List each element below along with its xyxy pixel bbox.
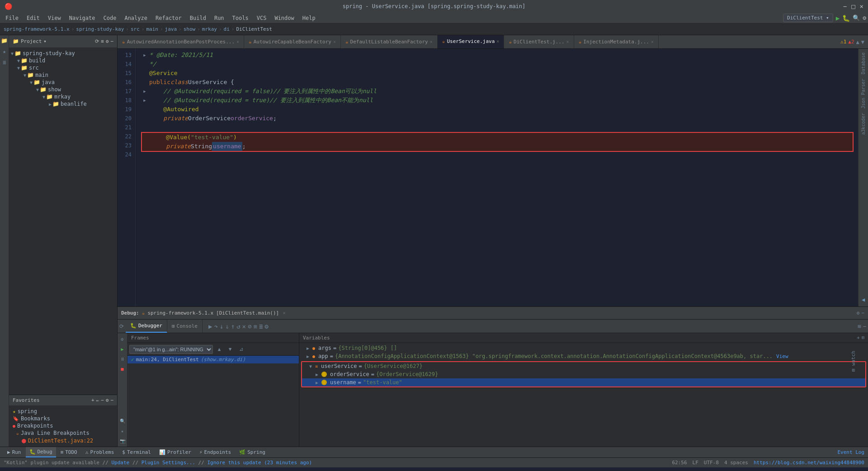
debug-expand-icon[interactable]: ⊞: [858, 323, 861, 330]
a3kcoder-tab[interactable]: a3kcoder: [860, 111, 867, 137]
tree-java[interactable]: ▼ 📁 java: [9, 79, 117, 86]
breadcrumb-part-3[interactable]: main: [146, 26, 158, 32]
var-args[interactable]: ▶ ● args = {String[0]@456} []: [299, 344, 868, 352]
debug-restart-icon[interactable]: ⟳: [119, 323, 124, 330]
debug-bookmark-icon[interactable]: ★: [118, 427, 127, 435]
project-settings-icon[interactable]: ⚙: [106, 38, 109, 44]
resume-icon[interactable]: ▶: [208, 323, 212, 330]
tab-spring[interactable]: 🌿 Spring: [236, 447, 269, 457]
close-tab-diclient[interactable]: ×: [566, 39, 569, 44]
step-into-icon[interactable]: ↓: [220, 323, 223, 330]
menu-code[interactable]: Code: [100, 14, 120, 22]
tree-src[interactable]: ▼ 📁 src: [9, 64, 117, 71]
fav-breakpoints[interactable]: ● Breakpoints: [9, 422, 117, 429]
tree-beanlife[interactable]: ▶ 📁 beanlife: [9, 100, 117, 108]
favorites-add[interactable]: +: [91, 397, 94, 403]
event-log-link[interactable]: Event Log: [837, 449, 864, 455]
tab-debug[interactable]: 🐛 Debug: [26, 447, 56, 457]
tab-problems[interactable]: ⚠ Problems: [82, 447, 118, 457]
favorites-edit[interactable]: ✏: [96, 397, 99, 403]
toolbar-search[interactable]: 🔍: [853, 14, 860, 21]
menu-view[interactable]: View: [44, 14, 65, 22]
tab-console[interactable]: ⊞ Console: [167, 320, 203, 333]
menu-build[interactable]: Build: [186, 14, 210, 22]
username-expand[interactable]: ▶: [316, 380, 318, 385]
tree-show[interactable]: ▼ 📁 show: [9, 86, 117, 93]
orderservice-expand[interactable]: ▶: [316, 372, 318, 377]
thread-dropdown[interactable]: "main"@1 in g...ain": RUNNING: [129, 345, 213, 354]
tab-nav-up[interactable]: ▲: [856, 39, 859, 45]
fold-18[interactable]: ▶: [143, 96, 146, 105]
debug-close-session[interactable]: ×: [283, 310, 286, 316]
menu-help[interactable]: Help: [299, 14, 319, 22]
tab-profiler[interactable]: 📊 Profiler: [156, 447, 195, 457]
settings-button[interactable]: ⚙: [863, 14, 866, 21]
get-thread-dump-icon[interactable]: ≣: [259, 323, 263, 330]
tree-build[interactable]: ▼ 📁 build: [9, 57, 117, 64]
tab-injectionmetadata[interactable]: ☕ InjectionMetadata.j... ×: [574, 35, 659, 48]
fav-diclienttest[interactable]: ● DiClientTest.java:22: [9, 437, 117, 445]
tab-run[interactable]: ▶ Run: [4, 447, 25, 457]
run-button[interactable]: ▶: [836, 14, 840, 22]
userservice-expand[interactable]: ▼: [309, 364, 312, 369]
tab-defaultlistable[interactable]: ☕ DefaultListableBeanFactory ×: [341, 35, 438, 48]
frames-filter-icon[interactable]: ⊿: [236, 345, 245, 354]
fav-java-breakpoints[interactable]: ☕ Java Line Breakpoints: [9, 429, 117, 437]
menu-window[interactable]: Window: [271, 14, 297, 22]
args-expand[interactable]: ▶: [307, 346, 309, 351]
menu-vcs[interactable]: VCS: [253, 14, 270, 22]
tab-userservice[interactable]: ☕ UserService.java ×: [438, 35, 505, 48]
encoding[interactable]: UTF-8: [704, 460, 719, 466]
favorites-close-icon[interactable]: −: [110, 397, 113, 403]
var-username[interactable]: ▶ i username = "test-value": [302, 378, 865, 386]
sidebar-expand-icon[interactable]: ◀: [860, 295, 867, 305]
project-collapse-icon[interactable]: ≡: [101, 38, 104, 44]
minimize-button[interactable]: −: [843, 3, 847, 10]
debug-settings-left[interactable]: ⚙: [118, 335, 127, 343]
project-dropdown-icon[interactable]: ▾: [43, 38, 47, 44]
menu-file[interactable]: File: [2, 14, 22, 22]
breadcrumb-part-0[interactable]: spring-framework-5.1.x: [4, 26, 70, 32]
tree-main[interactable]: ▼ 📁 main: [9, 71, 117, 79]
maximize-button[interactable]: □: [851, 3, 855, 10]
menu-tools[interactable]: Tools: [229, 14, 252, 22]
rerun-icon[interactable]: ↺: [236, 323, 240, 330]
tab-terminal[interactable]: $ Terminal: [118, 447, 155, 457]
breadcrumb-part-1[interactable]: spring-study-kay: [76, 26, 124, 32]
fold-13[interactable]: ▶: [143, 51, 146, 60]
favorites-remove[interactable]: −: [101, 397, 104, 403]
tab-todo[interactable]: ≡ TODO: [57, 447, 81, 457]
run-config-dropdown[interactable]: DiClientTest ▾: [783, 14, 833, 22]
breadcrumb-part-4[interactable]: java: [165, 26, 177, 32]
project-icon[interactable]: 📁: [1, 37, 8, 44]
structure-icon[interactable]: ≣: [1, 59, 8, 66]
update-link[interactable]: Update: [111, 460, 129, 466]
title-right[interactable]: − □ ×: [843, 3, 863, 10]
view-breakpoints-icon[interactable]: ≡: [253, 323, 257, 330]
stop-icon[interactable]: ✕: [242, 323, 246, 330]
step-out-icon[interactable]: ↑: [231, 323, 235, 330]
fav-bookmarks[interactable]: 🔖 Bookmarks: [9, 415, 117, 422]
debug-inspect-icon[interactable]: 🔍: [118, 417, 127, 425]
plugin-settings-link[interactable]: Plugin Settings...: [142, 460, 195, 466]
close-button[interactable]: ×: [860, 3, 863, 10]
debug-pause-icon[interactable]: ⏸: [118, 355, 127, 363]
close-tab-injection[interactable]: ×: [651, 39, 654, 44]
tree-mrkay[interactable]: ▼ 📁 mrkay: [9, 93, 117, 100]
force-step-into-icon[interactable]: ⇓: [225, 323, 229, 330]
breadcrumb-part-5[interactable]: show: [184, 26, 196, 32]
close-tab-autowired[interactable]: ×: [236, 39, 239, 44]
tab-debugger[interactable]: 🐛 Debugger: [126, 320, 167, 333]
tab-endpoints[interactable]: ⚡ Endpoints: [196, 447, 235, 457]
close-tab-userservice[interactable]: ×: [496, 39, 499, 44]
menu-refactor[interactable]: Refactor: [152, 14, 185, 22]
app-expand[interactable]: ▶: [307, 354, 309, 359]
var-userservice[interactable]: ▼ ≡ userService = {UserService@1627}: [302, 362, 865, 370]
settings-icon2[interactable]: ⚙: [264, 323, 268, 330]
mute-breakpoints-icon[interactable]: ⊘: [248, 323, 251, 330]
favorites-settings-icon[interactable]: ⚙: [106, 397, 109, 403]
debug-photo-icon[interactable]: 📷: [118, 437, 127, 445]
favorites-icon[interactable]: ★: [1, 48, 8, 55]
debug-run-button[interactable]: 🐛: [842, 14, 850, 22]
tab-nav-down[interactable]: ▼: [861, 39, 864, 45]
